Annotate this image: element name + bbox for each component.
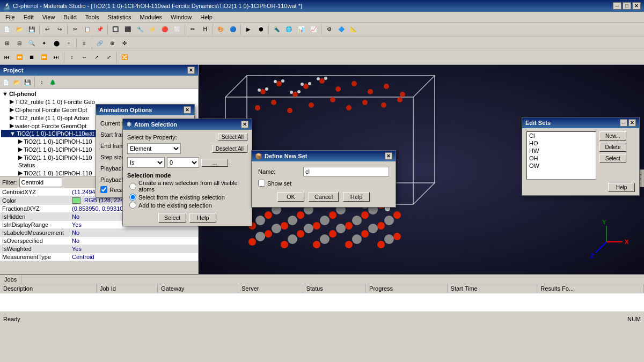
- atom-sel-select-btn[interactable]: Select: [158, 213, 187, 223]
- proj-new[interactable]: 📄: [1, 77, 11, 87]
- tree-item-clphenol[interactable]: ▼ Cl-phenol: [1, 90, 197, 98]
- tb-btn10[interactable]: 🔵: [227, 24, 239, 35]
- tb-btn18[interactable]: 🔷: [335, 24, 347, 35]
- deselect-all-btn[interactable]: Deselect All: [212, 145, 247, 153]
- edit-sets-help-btn[interactable]: Help: [608, 183, 635, 192]
- operator-select[interactable]: Is: [127, 157, 165, 168]
- minimize-button[interactable]: ─: [613, 2, 621, 10]
- tb-btn16[interactable]: 📈: [308, 24, 319, 35]
- atom-sel-close[interactable]: ✕: [241, 121, 248, 128]
- tb2-btn7[interactable]: ≡: [78, 38, 90, 49]
- tb-btn19[interactable]: 📐: [348, 24, 360, 35]
- list-item-oh[interactable]: OH: [527, 154, 596, 162]
- edit-sets-delete-btn[interactable]: Delete: [599, 143, 626, 152]
- atom-sel-browse-btn[interactable]: ...: [201, 159, 228, 167]
- tb-btn4[interactable]: ⚡: [147, 24, 158, 35]
- list-item-ow[interactable]: OW: [527, 162, 596, 169]
- tb3-end[interactable]: ⏭: [50, 51, 62, 63]
- tb3-stop[interactable]: ⏹: [26, 51, 38, 63]
- edit-sets-minimize[interactable]: ─: [620, 119, 627, 127]
- list-item-ho[interactable]: HO: [527, 139, 596, 147]
- menu-build[interactable]: Build: [60, 13, 79, 21]
- tb2-btn3[interactable]: 🔍: [26, 38, 38, 49]
- tb-btn5[interactable]: 🔴: [159, 24, 171, 35]
- atom-sel-help-btn[interactable]: Help: [189, 213, 216, 223]
- tb-paste[interactable]: 📌: [94, 24, 106, 35]
- close-button[interactable]: ✕: [632, 2, 641, 10]
- radio-new[interactable]: [129, 183, 136, 190]
- tb2-btn1[interactable]: ⊞: [1, 38, 13, 49]
- menu-statistics[interactable]: Statistics: [105, 13, 135, 21]
- filter-input[interactable]: [19, 178, 62, 187]
- proj-save[interactable]: 💾: [23, 77, 32, 87]
- tb-open[interactable]: 📂: [13, 24, 25, 35]
- title-bar-buttons[interactable]: ─ □ ✕: [613, 2, 641, 10]
- tb-undo[interactable]: ↩: [41, 24, 53, 35]
- define-set-name-input[interactable]: [303, 167, 389, 176]
- list-item-hw[interactable]: HW: [527, 147, 596, 154]
- tb-new[interactable]: 📄: [1, 24, 13, 35]
- edit-sets-select-btn[interactable]: Select: [599, 154, 626, 163]
- define-set-showset-check[interactable]: [258, 180, 265, 187]
- tb-btn14[interactable]: 🌐: [283, 24, 295, 35]
- tb-btn2[interactable]: ⬛: [122, 24, 134, 35]
- tb-cut[interactable]: ✂: [69, 24, 81, 35]
- define-set-close[interactable]: ✕: [385, 152, 392, 160]
- tb3-next[interactable]: ⏩: [38, 51, 50, 63]
- maximize-button[interactable]: □: [623, 2, 631, 10]
- tb-btn8[interactable]: H: [199, 24, 211, 35]
- edit-sets-listbox[interactable]: Cl HO HW OH OW: [526, 131, 596, 180]
- proj-tree[interactable]: 🌲: [48, 77, 57, 87]
- value-select[interactable]: 0: [167, 157, 199, 168]
- project-close-icon[interactable]: ✕: [187, 67, 195, 74]
- tb3-btn4[interactable]: ⤢: [103, 51, 115, 63]
- define-set-ok-btn[interactable]: OK: [277, 192, 304, 202]
- menu-tools[interactable]: Tools: [82, 13, 103, 21]
- menu-modules[interactable]: Modules: [137, 13, 166, 21]
- tb-btn9[interactable]: 🎨: [215, 24, 226, 35]
- tb-btn13[interactable]: 🔦: [270, 24, 282, 35]
- tb3-btn5[interactable]: 🔀: [119, 51, 130, 63]
- tb3-prev[interactable]: ⏪: [13, 51, 25, 63]
- tb-save[interactable]: 💾: [26, 24, 38, 35]
- tb-btn7[interactable]: ✏: [187, 24, 199, 35]
- tb2-btn6[interactable]: ▫: [63, 38, 75, 49]
- menu-file[interactable]: File: [2, 13, 18, 21]
- tb2-btn2[interactable]: ⊟: [13, 38, 25, 49]
- define-set-help-btn[interactable]: Help: [343, 192, 370, 202]
- tb3-btn3[interactable]: ↗: [91, 51, 103, 63]
- select-all-btn[interactable]: Select All: [218, 133, 247, 141]
- tb-btn17[interactable]: ⚙: [323, 24, 335, 35]
- menu-edit[interactable]: Edit: [20, 13, 37, 21]
- tb3-play[interactable]: ⏮: [1, 51, 13, 63]
- anim-recalc-check[interactable]: [100, 186, 107, 193]
- tb-btn15[interactable]: 📊: [295, 24, 307, 35]
- proj-sort[interactable]: ↕: [37, 77, 47, 87]
- tb3-btn1[interactable]: ↕: [66, 51, 78, 63]
- define-set-cancel-btn[interactable]: Cancel: [309, 192, 339, 202]
- tb2-btn9[interactable]: ⊕: [106, 38, 118, 49]
- menu-window[interactable]: Window: [167, 13, 195, 21]
- anim-dialog-close[interactable]: ✕: [184, 106, 191, 114]
- tb3-btn2[interactable]: ↔: [78, 51, 90, 63]
- tb2-btn10[interactable]: ✜: [119, 38, 130, 49]
- radio-existing[interactable]: [129, 194, 136, 201]
- tb-btn6[interactable]: ⬜: [171, 24, 183, 35]
- tb-btn3[interactable]: 🔧: [134, 24, 146, 35]
- menu-view[interactable]: View: [39, 13, 58, 21]
- proj-open[interactable]: 📂: [12, 77, 21, 87]
- tb2-btn4[interactable]: ✦: [38, 38, 50, 49]
- tb-btn1[interactable]: 🔲: [109, 24, 121, 35]
- tb-btn11[interactable]: ▶: [243, 24, 254, 35]
- radio-add[interactable]: [129, 202, 136, 209]
- list-item-cl[interactable]: Cl: [527, 132, 596, 139]
- jobs-tab[interactable]: Jobs: [0, 275, 21, 284]
- edit-sets-close[interactable]: ✕: [628, 119, 636, 127]
- tb-btn12[interactable]: ⬢: [255, 24, 267, 35]
- menu-help[interactable]: Help: [197, 13, 216, 21]
- property-select[interactable]: Element: [127, 143, 181, 154]
- tb2-btn5[interactable]: ⬤: [50, 38, 62, 49]
- tb-redo[interactable]: ↪: [54, 24, 65, 35]
- tb2-btn8[interactable]: 🔗: [94, 38, 106, 49]
- tb-copy[interactable]: 📋: [82, 24, 93, 35]
